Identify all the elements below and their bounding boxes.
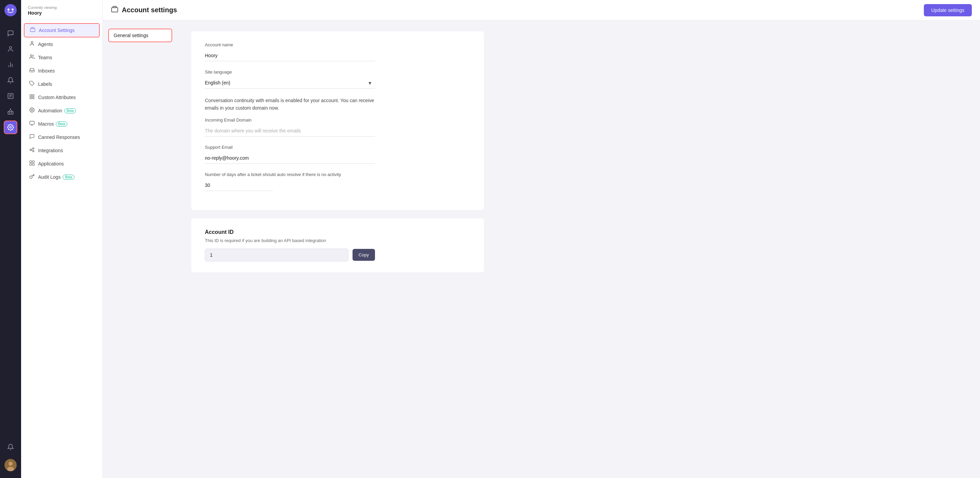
audit-logs-icon — [29, 174, 35, 180]
automation-icon — [29, 107, 35, 114]
svg-point-3 — [10, 47, 12, 49]
sidebar-item-audit-logs[interactable]: Audit Logs Beta — [24, 170, 100, 183]
currently-viewing-label: Currently viewing: — [28, 5, 95, 10]
svg-rect-39 — [30, 163, 31, 165]
auto-resolve-group: Number of days after a ticket should aut… — [205, 172, 470, 191]
site-language-group: Site language English (en) French (fr) S… — [205, 69, 470, 89]
sidebar-header: Currently viewing: Hoory — [21, 0, 102, 20]
sidebar-item-account-settings[interactable]: Account Settings — [24, 23, 100, 37]
sidebar-nav: Account Settings Agents Teams Inboxes — [21, 20, 102, 186]
svg-point-34 — [33, 150, 34, 152]
main-content: Account settings Update settings General… — [103, 0, 980, 478]
svg-point-12 — [10, 113, 10, 113]
svg-rect-11 — [8, 112, 13, 114]
copy-id-button[interactable]: Copy — [353, 249, 375, 261]
sidebar-item-agents[interactable]: Agents — [24, 38, 100, 51]
sidebar-item-macros[interactable]: Macros Beta — [24, 118, 100, 131]
account-id-title: Account ID — [205, 229, 470, 235]
labels-icon — [29, 81, 35, 88]
svg-point-28 — [31, 109, 33, 111]
top-header: Account settings Update settings — [103, 0, 980, 21]
page-title: Account settings — [122, 6, 177, 14]
svg-point-33 — [33, 148, 34, 149]
continuity-info-text: Conversation continuity with emails is e… — [205, 97, 375, 112]
account-name-label: Hoory — [28, 10, 95, 16]
sidebar-item-labels[interactable]: Labels — [24, 78, 100, 91]
sidebar-item-label-applications: Applications — [38, 161, 64, 166]
nav-icon-bot[interactable] — [4, 105, 18, 118]
account-name-input[interactable] — [205, 50, 375, 61]
svg-line-35 — [31, 149, 33, 150]
svg-point-1 — [8, 8, 10, 11]
page-title-icon — [111, 5, 118, 14]
account-id-section: Account ID This ID is required if you ar… — [191, 218, 484, 272]
account-id-row: 1 Copy — [205, 249, 375, 261]
auto-resolve-label: Number of days after a ticket should aut… — [205, 172, 470, 177]
svg-rect-26 — [32, 97, 34, 99]
content-main: Account name Site language English (en) … — [178, 21, 980, 478]
sidebar-item-teams[interactable]: Teams — [24, 51, 100, 64]
nav-icon-contacts[interactable] — [4, 42, 18, 56]
sidebar-item-label-agents: Agents — [38, 41, 53, 47]
svg-point-17 — [10, 127, 11, 128]
custom-attributes-icon — [29, 94, 35, 101]
macros-icon — [29, 121, 35, 127]
incoming-email-input[interactable] — [205, 125, 375, 137]
svg-point-32 — [30, 149, 31, 150]
support-email-label: Support Email — [205, 145, 470, 150]
support-email-input[interactable] — [205, 153, 375, 164]
sidebar-item-inboxes[interactable]: Inboxes — [24, 64, 100, 77]
svg-point-13 — [11, 113, 12, 113]
audit-logs-badge: Beta — [63, 175, 75, 180]
sidebar-item-label-macros: Macros — [38, 121, 54, 127]
nav-icon-campaigns[interactable] — [4, 73, 18, 87]
svg-rect-24 — [30, 95, 32, 96]
sidebar-item-label-custom-attributes: Custom Attributes — [38, 95, 76, 100]
sidebar-item-label-automation: Automation — [38, 108, 62, 113]
icon-sidebar — [0, 0, 21, 478]
nav-icon-notifications[interactable] — [4, 440, 18, 454]
nav-icon-conversations[interactable] — [4, 27, 18, 40]
sidebar-item-label-labels: Labels — [38, 81, 52, 87]
sidebar-item-custom-attributes[interactable]: Custom Attributes — [24, 91, 100, 104]
user-avatar[interactable] — [5, 459, 17, 471]
sidebar-item-applications[interactable]: Applications — [24, 157, 100, 170]
incoming-email-label: Incoming Email Domain — [205, 118, 470, 123]
nav-icon-notes[interactable] — [4, 89, 18, 103]
svg-line-36 — [31, 150, 33, 151]
site-language-select-wrapper: English (en) French (fr) Spanish (es) Ge… — [205, 77, 375, 89]
sidebar-item-label-teams: Teams — [38, 55, 52, 60]
content-left-nav: General settings — [103, 21, 178, 478]
svg-rect-37 — [30, 161, 31, 163]
macros-badge: Beta — [56, 121, 68, 127]
integrations-icon — [29, 147, 35, 154]
site-language-label: Site language — [205, 69, 470, 75]
svg-point-21 — [31, 41, 33, 43]
nav-icon-reports[interactable] — [4, 58, 18, 72]
account-id-description: This ID is required if you are building … — [205, 238, 470, 243]
sidebar-item-label-integrations: Integrations — [38, 148, 63, 153]
auto-resolve-input[interactable] — [205, 180, 273, 191]
general-settings-section: Account name Site language English (en) … — [191, 31, 484, 210]
site-language-select[interactable]: English (en) French (fr) Spanish (es) Ge… — [205, 77, 375, 89]
svg-point-14 — [10, 109, 11, 110]
svg-point-19 — [8, 462, 13, 466]
automation-badge: Beta — [64, 108, 76, 113]
svg-rect-40 — [32, 163, 34, 165]
teams-icon — [29, 54, 35, 61]
left-sidebar: Currently viewing: Hoory Account Setting… — [21, 0, 103, 478]
app-logo[interactable] — [5, 4, 17, 18]
nav-icon-settings[interactable] — [4, 121, 18, 134]
account-settings-icon — [30, 27, 35, 34]
sidebar-item-automation[interactable]: Automation Beta — [24, 104, 100, 117]
page-title-area: Account settings — [111, 5, 177, 14]
account-name-group: Account name — [205, 42, 470, 61]
sidebar-item-integrations[interactable]: Integrations — [24, 144, 100, 157]
inboxes-icon — [29, 67, 35, 74]
sidebar-item-canned-responses[interactable]: Canned Responses — [24, 131, 100, 144]
svg-point-0 — [5, 4, 17, 16]
svg-point-22 — [30, 55, 32, 57]
sidebar-item-label-canned-responses: Canned Responses — [38, 134, 80, 140]
update-settings-button[interactable]: Update settings — [924, 4, 972, 16]
general-settings-tab[interactable]: General settings — [108, 29, 172, 42]
